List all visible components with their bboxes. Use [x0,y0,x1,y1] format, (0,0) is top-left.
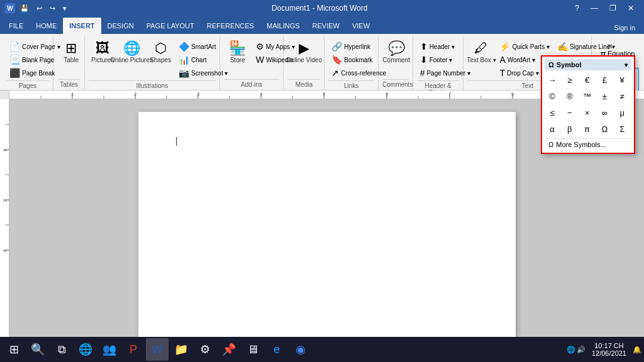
chrome-btn[interactable]: ◉ [289,338,312,361]
bookmark-icon: 🔖 [331,55,342,65]
network-icon: 🌐 [567,346,575,354]
my-apps-icon: ⚙ [256,41,264,52]
sym-sigma[interactable]: Σ [614,122,630,136]
notification-icon[interactable]: 🔔 [633,346,641,354]
symbol-grid-row1: → ≥ € £ ¥ [545,73,631,87]
tables-label: Tables [57,79,80,90]
sym-lte[interactable]: ≤ [545,106,560,119]
task-view-btn[interactable]: ⧉ [50,338,73,361]
sym-mu[interactable]: μ [614,106,630,119]
settings-btn[interactable]: ⚙ [194,338,216,361]
sym-gte[interactable]: ≥ [562,73,577,87]
sym-infinity[interactable]: ∞ [597,106,612,119]
signature-icon: ✍ [557,41,568,52]
tab-page-layout[interactable]: PAGE LAYOUT [140,18,201,34]
taskbar-word-btn[interactable]: W [146,338,169,361]
comments-group-content: 💬 Comment [382,36,409,79]
close-button[interactable]: ✕ [623,3,639,14]
more-symbols-btn[interactable]: Ω More Symbols... [545,138,631,150]
shapes-icon: ⬡ [155,41,167,55]
tab-mailings[interactable]: MAILINGS [260,18,306,34]
tab-view[interactable]: VIEW [346,18,376,34]
restore-button[interactable]: ❐ [604,3,621,14]
search-btn[interactable]: 🔍 [26,338,49,361]
doc-page[interactable] [138,112,516,338]
ribbon-group-illustrations: 🖼 Pictures 🌐 Online Pictures ⬡ Shapes 🔷 … [85,36,220,90]
taskbar: ⊞ 🔍 ⧉ 🌐 👥 P W 📁 ⚙ 📌 🖥 e ◉ 🌐 🔊 10:17 CH 1… [0,337,644,362]
undo-quick-btn[interactable]: ↩ [34,3,45,14]
teams-btn[interactable]: 👥 [98,338,121,361]
help-button[interactable]: ? [570,3,584,14]
online-pictures-btn[interactable]: 🌐 Online Pictures [118,39,145,66]
redo-quick-btn[interactable]: ↪ [47,3,58,14]
sym-minus[interactable]: − [562,106,577,119]
store-btn[interactable]: 🏪 Store [224,39,252,66]
comment-btn[interactable]: 💬 Comment [382,39,410,66]
powerpoint-btn[interactable]: P [122,338,145,361]
sym-alpha[interactable]: α [545,122,560,136]
sym-pi[interactable]: π [580,122,595,136]
ribbon: 📄 Cover Page ▾ 📃 Blank Page ⬛ Page Break… [0,34,644,90]
sign-in-button[interactable]: Sign in [608,21,641,34]
online-video-btn[interactable]: ▶ Online Video [287,39,320,66]
sym-registered[interactable]: ® [562,89,577,103]
tab-references[interactable]: REFERENCES [201,18,260,34]
remote-desktop-btn[interactable]: 🖥 [242,338,264,361]
ribbon-tabs: FILE HOME INSERT DESIGN PAGE LAYOUT REFE… [0,16,644,34]
wikipedia-icon: W [256,55,264,65]
sym-yen[interactable]: ¥ [614,73,630,87]
tab-review[interactable]: REVIEW [306,18,346,34]
title-bar-title: Document1 - Microsoft Word [69,4,570,13]
clock[interactable]: 10:17 CH 12/06/2021 [587,342,631,357]
tab-insert[interactable]: INSERT [63,18,101,34]
sym-arrow[interactable]: → [545,73,560,87]
addins-label: Add-ins [224,79,280,90]
ie-btn[interactable]: e [265,338,288,361]
sym-pound[interactable]: £ [597,73,612,87]
sym-notequal[interactable]: ≠ [614,89,630,103]
minimize-button[interactable]: — [586,3,603,14]
word-icon: W [5,3,15,13]
sym-copyright[interactable]: © [545,89,560,103]
sym-plusminus[interactable]: ± [597,89,612,103]
sym-trademark[interactable]: ™ [580,89,595,103]
page-number-icon: # [420,68,425,78]
ribbon-group-symbols: π π Equation ▾ Ω Ω Symbol ▾ Symbols Ω Sy… [592,36,641,90]
omega-more-icon: Ω [548,141,553,148]
quick-parts-icon: ⚡ [499,41,510,52]
blank-page-icon: 📃 [9,55,20,65]
shapes-btn[interactable]: ⬡ Shapes [147,39,174,66]
symbol-panel: Ω Symbol ▾ → ≥ € £ ¥ © ® ™ ± ≠ ≤ − × [541,55,635,154]
clock-time: 10:17 CH [592,342,626,349]
ribbon-group-comments: 💬 Comment Comments [379,36,413,90]
panel-dropdown-icon[interactable]: ▾ [625,62,628,69]
svg-text:4: 4 [260,91,263,97]
pictures-icon: 🖼 [96,41,109,55]
tab-home[interactable]: HOME [30,18,63,34]
sym-euro[interactable]: € [580,73,595,87]
addins-group-content: 🏪 Store ⚙ My Apps ▾ W Wikipedia [224,36,280,79]
save-quick-btn[interactable]: 💾 [18,3,31,14]
customize-quick-btn[interactable]: ▾ [60,3,69,14]
sticky-notes-btn[interactable]: 📌 [218,338,240,361]
sym-times[interactable]: × [580,106,595,119]
table-btn[interactable]: ⊞ Table [57,39,85,66]
tab-file[interactable]: FILE [3,18,30,34]
panel-omega-icon: Ω [548,61,554,69]
svg-text:5: 5 [323,91,326,97]
cross-reference-icon: ↗ [331,68,339,78]
chart-icon: 📊 [179,55,189,65]
sym-beta[interactable]: β [562,122,577,136]
screenshot-icon: 📷 [179,68,189,78]
edge-btn[interactable]: 🌐 [74,338,97,361]
svg-text:1: 1 [71,91,74,97]
sym-omega[interactable]: Ω [597,122,612,136]
explorer-btn[interactable]: 📁 [170,338,192,361]
symbol-grid-row4: α β π Ω Σ [545,122,631,136]
ribbon-group-addins: 🏪 Store ⚙ My Apps ▾ W Wikipedia Add-ins [220,36,284,90]
quick-parts-btn[interactable]: ⚡ Quick Parts ▾ [496,40,552,53]
start-btn[interactable]: ⊞ [3,338,25,361]
media-label: Media [287,79,320,90]
tab-design[interactable]: DESIGN [101,18,140,34]
textbox-btn[interactable]: 🖊 Text Box ▾ [467,39,495,66]
